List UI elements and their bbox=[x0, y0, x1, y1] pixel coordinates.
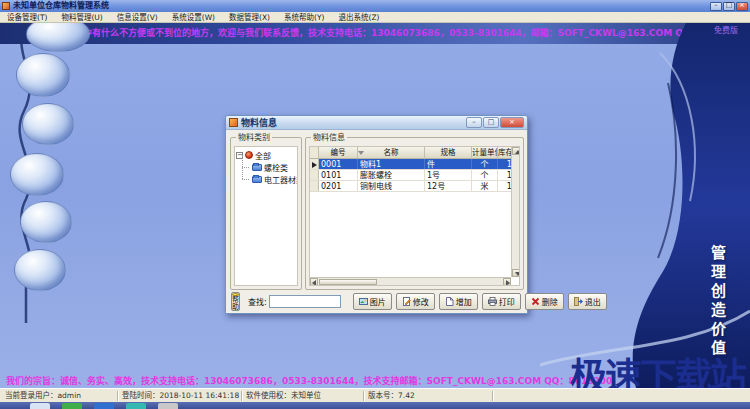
motto-text: 我们的宗旨：诚信、务实、高效，技术支持电话：13046073686，0533-8… bbox=[6, 374, 654, 387]
folder-icon bbox=[252, 176, 262, 183]
delete-button[interactable]: 删除 bbox=[525, 293, 564, 310]
table-header: 编号 名称 规格 计量单位 库存上限 库 bbox=[310, 147, 511, 159]
col-spec[interactable]: 规格 bbox=[425, 147, 472, 158]
window-titlebar: 未知单位仓库物料管理系统 – □ × bbox=[0, 0, 750, 12]
os-taskbar[interactable] bbox=[0, 402, 750, 409]
tree-item-bolts[interactable]: 螺栓类 bbox=[236, 161, 296, 173]
scroll-left-icon[interactable] bbox=[310, 278, 318, 286]
taskbar-item[interactable] bbox=[94, 403, 114, 409]
bubble-decor bbox=[16, 53, 70, 97]
menubar: 设备管理(T) 物料管理(U) 信息设置(V) 系统设置(W) 数据管理(X) … bbox=[0, 12, 750, 23]
bubble-decor bbox=[22, 103, 74, 145]
status-version: 版本号：7.42 bbox=[368, 389, 488, 403]
dialog-maximize-icon[interactable]: □ bbox=[483, 117, 499, 128]
tree-item-label: 螺栓类 bbox=[264, 162, 288, 173]
tree-item-all[interactable]: − 全部 bbox=[236, 149, 296, 161]
table-row[interactable]: 0001 物料1 件 个 100 bbox=[310, 159, 511, 170]
exit-door-icon bbox=[574, 297, 583, 306]
dialog-titlebar[interactable]: 物料信息 – □ × bbox=[226, 116, 527, 130]
tree-item-label: 电工器材类 bbox=[264, 174, 298, 185]
vertical-scrollbar[interactable] bbox=[511, 147, 519, 277]
category-group-title: 物料类别 bbox=[236, 133, 272, 142]
picture-icon bbox=[359, 297, 368, 306]
col-unit[interactable]: 计量单位 bbox=[472, 147, 498, 158]
bubble-decor bbox=[14, 249, 66, 291]
search-label: 查找: bbox=[248, 296, 267, 307]
status-current-user: 当前登录用户：admin bbox=[5, 389, 115, 403]
print-button[interactable]: 打印 bbox=[482, 293, 521, 310]
menu-info-settings[interactable]: 信息设置(V) bbox=[110, 12, 165, 23]
table-row[interactable]: 0201 铜制电线 12号 米 100 bbox=[310, 181, 511, 192]
tree-item-electrical[interactable]: 电工器材类 bbox=[236, 173, 296, 185]
scroll-up-icon[interactable] bbox=[512, 147, 520, 155]
col-max-stock[interactable]: 库存上限 bbox=[498, 147, 511, 158]
watermark-text: 极速下载站 bbox=[570, 347, 745, 388]
col-name[interactable]: 名称 bbox=[358, 147, 425, 158]
menu-exit[interactable]: 退出系统(Z) bbox=[331, 12, 386, 23]
dialog-minimize-icon[interactable]: – bbox=[466, 117, 482, 128]
folder-icon bbox=[252, 164, 262, 171]
search-input[interactable] bbox=[269, 295, 341, 308]
picture-button[interactable]: 图片 bbox=[353, 293, 392, 310]
menu-device[interactable]: 设备管理(T) bbox=[0, 12, 54, 23]
exit-button[interactable]: 退出 bbox=[568, 293, 607, 310]
menu-help[interactable]: 系统帮助(Y) bbox=[277, 12, 331, 23]
minimize-icon[interactable]: – bbox=[710, 2, 722, 11]
status-login-time: 登陆时间：2018-10-11 16:41:18 bbox=[122, 389, 240, 403]
new-document-icon bbox=[445, 297, 454, 306]
menu-system-settings[interactable]: 系统设置(W) bbox=[165, 12, 222, 23]
edit-icon bbox=[402, 297, 411, 306]
dialog-title: 物料信息 bbox=[241, 116, 277, 130]
material-info-dialog: 物料信息 – □ × 物料类别 − 全部 螺栓类 bbox=[225, 115, 528, 314]
printer-icon bbox=[488, 297, 497, 306]
horizontal-scrollbar[interactable] bbox=[310, 277, 511, 285]
scrollbar-thumb[interactable] bbox=[319, 279, 377, 285]
corner-link[interactable]: 免费版 bbox=[714, 23, 738, 41]
current-row-icon bbox=[312, 162, 317, 168]
dialog-close-icon[interactable]: × bbox=[500, 117, 524, 128]
scroll-right-icon[interactable] bbox=[503, 278, 511, 286]
add-button[interactable]: 增加 bbox=[439, 293, 478, 310]
vertical-slogan: 管理创造价值 bbox=[707, 245, 728, 359]
delete-x-icon bbox=[531, 297, 540, 306]
taskbar-item[interactable] bbox=[126, 403, 146, 409]
material-table: 编号 名称 规格 计量单位 库存上限 库 0001 物料1 件 bbox=[309, 146, 520, 286]
col-code[interactable]: 编号 bbox=[319, 147, 358, 158]
status-license: 软件使用权：未知单位 bbox=[246, 389, 361, 403]
taskbar-item[interactable] bbox=[158, 403, 178, 409]
app-icon bbox=[2, 2, 10, 10]
dialog-icon bbox=[229, 118, 238, 127]
tree-item-label: 全部 bbox=[255, 150, 271, 161]
root-node-icon bbox=[245, 151, 253, 159]
client-area: 如果使用中有什么不方便或不到位的地方，欢迎与我们联系反馈，技术支持电话：1304… bbox=[0, 23, 750, 388]
dialog-body: 物料类别 − 全部 螺栓类 电工器材类 bbox=[226, 130, 527, 313]
menu-material[interactable]: 物料管理(U) bbox=[54, 12, 109, 23]
scroll-down-icon[interactable] bbox=[512, 269, 520, 277]
dialog-toolbar: 帮助 查找: 图片 修改 增加 bbox=[226, 291, 527, 311]
modify-button[interactable]: 修改 bbox=[396, 293, 435, 310]
window-title: 未知单位仓库物料管理系统 bbox=[13, 0, 109, 12]
statusbar: 当前登录用户：admin 登陆时间：2018-10-11 16:41:18 软件… bbox=[0, 388, 750, 402]
info-group-title: 物料信息 bbox=[311, 133, 347, 142]
table-row[interactable]: 0101 膨胀螺栓 1号 个 100 bbox=[310, 170, 511, 181]
taskbar-item[interactable] bbox=[62, 403, 82, 409]
bubble-decor bbox=[20, 201, 72, 243]
bubble-decor bbox=[10, 153, 64, 196]
taskbar-item[interactable] bbox=[30, 403, 50, 409]
category-tree: − 全部 螺栓类 电工器材类 bbox=[234, 146, 298, 286]
help-button[interactable]: 帮助 bbox=[231, 292, 240, 311]
menu-data[interactable]: 数据管理(X) bbox=[222, 12, 277, 23]
close-icon[interactable]: × bbox=[736, 2, 748, 11]
category-groupbox: 物料类别 − 全部 螺栓类 电工器材类 bbox=[230, 137, 302, 290]
maximize-icon[interactable]: □ bbox=[723, 2, 735, 11]
info-groupbox: 物料信息 编号 名称 规格 计量单位 库存上限 库 bbox=[305, 137, 524, 290]
